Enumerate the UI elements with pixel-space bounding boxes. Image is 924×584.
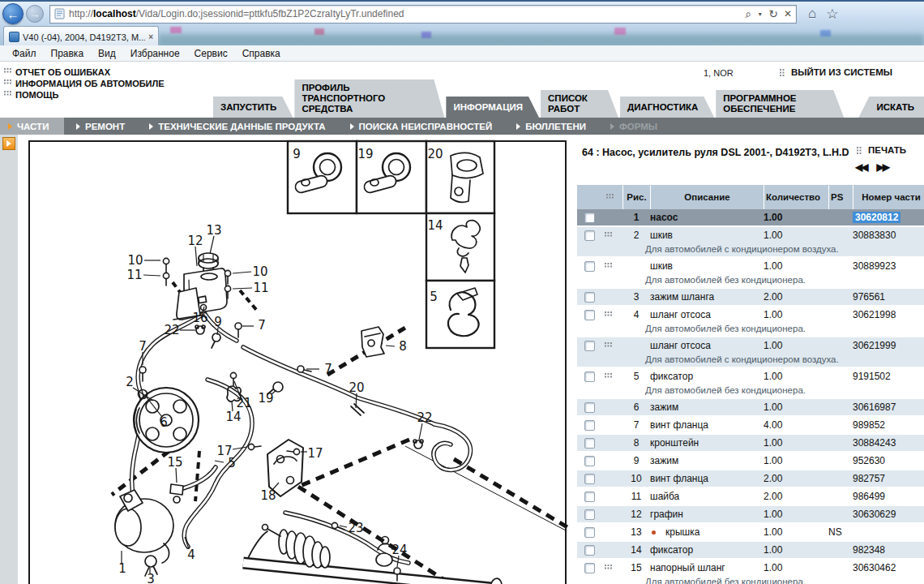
row-checkbox[interactable] xyxy=(584,341,595,351)
submenu-label: БЮЛЛЕТЕНИ xyxy=(525,122,586,131)
tab-2[interactable]: ПРОФИЛЬ ТРАНСПОРТНОГО СРЕДСТВА xyxy=(294,79,444,118)
part-description: шайба xyxy=(650,491,764,502)
part-number[interactable]: 982348 xyxy=(853,544,924,556)
pager-next-icon[interactable]: ▶▶ xyxy=(877,161,888,173)
url-field[interactable]: http://localhost/Vida/Login.do;jsessioni… xyxy=(49,5,797,24)
table-row[interactable]: 12графин1.0030630629 xyxy=(577,506,924,522)
row-checkbox[interactable] xyxy=(584,492,595,502)
part-number[interactable]: 989852 xyxy=(853,419,924,431)
menu-item[interactable]: Файл xyxy=(5,48,44,59)
tab-6[interactable]: ПРОГРАММНОЕ ОБЕСПЕЧЕНИЕ xyxy=(716,90,844,118)
row-checkbox[interactable] xyxy=(584,456,595,466)
part-number[interactable]: 30883830 xyxy=(853,230,924,241)
table-row[interactable]: 6зажим1.0030616987 xyxy=(577,399,924,415)
row-checkbox[interactable] xyxy=(584,261,595,272)
part-number[interactable]: 30621999 xyxy=(853,340,924,351)
row-checkbox[interactable] xyxy=(584,545,595,556)
favorites-icon[interactable]: ☆ xyxy=(826,6,838,23)
part-number[interactable]: 30616987 xyxy=(853,402,924,413)
menu-item[interactable]: Справка xyxy=(235,48,288,59)
expand-panel-button[interactable] xyxy=(2,137,15,150)
header-fig[interactable]: Рис. xyxy=(622,185,650,209)
table-row[interactable]: шкив1.0030889923 xyxy=(577,258,924,274)
table-row[interactable]: 9зажим1.00952630 xyxy=(577,453,924,469)
table-row[interactable]: 4шланг отсоса1.0030621998 xyxy=(577,307,924,323)
app-header: ОТЧЕТ ОБ ОШИБКАХИНФОРМАЦИЯ ОБ АВТОМОБИЛЕ… xyxy=(0,62,924,118)
table-row[interactable]: 5фиксатор1.009191502 xyxy=(577,368,924,384)
submenu-item[interactable]: ТЕХНИЧЕСКИЕ ДАННЫЕ ПРОДУКТА xyxy=(137,118,337,135)
header-link[interactable]: ОТЧЕТ ОБ ОШИБКАХ xyxy=(4,67,165,77)
tab-4[interactable]: СПИСОК РАБОТ xyxy=(541,90,618,118)
table-row[interactable]: 1насос1.0030620812 xyxy=(577,209,924,225)
tab-5[interactable]: ДИАГНОСТИКА xyxy=(620,97,714,118)
menu-item[interactable]: Правка xyxy=(44,48,92,59)
search-icon[interactable]: ⌕ xyxy=(745,7,751,21)
print-button[interactable]: ПЕЧАТЬ xyxy=(857,145,906,155)
header-qty[interactable]: Количество xyxy=(764,185,828,209)
home-icon[interactable]: ⌂ xyxy=(808,6,816,22)
row-checkbox[interactable] xyxy=(584,310,595,320)
row-checkbox[interactable] xyxy=(584,474,595,484)
header-part[interactable]: Номер части xyxy=(853,185,924,209)
table-row[interactable]: 11шайба2.00986499 xyxy=(577,488,924,505)
tab-7[interactable]: ИСКАТЬ xyxy=(858,97,924,118)
table-row[interactable]: 2шкив1.0030883830 xyxy=(577,227,924,243)
table-row[interactable]: 8кронштейн1.0030884243 xyxy=(577,435,924,451)
row-checkbox[interactable] xyxy=(584,402,595,413)
refresh-icon[interactable]: ↻ xyxy=(768,7,778,20)
bullet-icon xyxy=(652,530,656,535)
submenu-item[interactable]: ЧАСТИ xyxy=(0,118,64,135)
logout-link[interactable]: ВЫЙТИ ИЗ СИСТЕМЫ xyxy=(780,67,892,77)
search-caret-icon[interactable]: ▼ xyxy=(757,11,763,17)
row-checkbox[interactable] xyxy=(584,292,595,303)
tab-3[interactable]: ИНФОРМАЦИЯ xyxy=(446,97,539,118)
table-row[interactable]: 3зажим шланга2.00976561 xyxy=(577,289,924,305)
row-checkbox[interactable] xyxy=(584,230,595,241)
table-row[interactable]: 14фиксатор1.00982348 xyxy=(577,542,924,558)
header-link[interactable]: ПОМОЩЬ xyxy=(4,89,165,100)
row-checkbox[interactable] xyxy=(584,527,595,538)
row-checkbox[interactable] xyxy=(584,371,595,382)
header-desc[interactable]: Описание xyxy=(650,185,764,209)
part-number[interactable]: 30630629 xyxy=(853,509,924,520)
pager-prev-icon[interactable]: ◀◀ xyxy=(855,161,866,173)
part-number[interactable]: 30630462 xyxy=(853,562,924,573)
submenu-item[interactable]: БЮЛЛЕТЕНИ xyxy=(504,118,598,135)
table-row[interactable]: 15напорный шланг1.0030630462 xyxy=(577,560,924,576)
row-checkbox[interactable] xyxy=(584,509,595,520)
submenu-item[interactable]: РЕМОНТ xyxy=(64,118,137,135)
header-link[interactable]: ИНФОРМАЦИЯ ОБ АВТОМОБИЛЕ xyxy=(4,78,165,88)
part-number[interactable]: 986499 xyxy=(853,491,924,502)
part-number[interactable]: 30620812 xyxy=(853,212,924,223)
tab-close-icon[interactable]: × xyxy=(148,32,153,41)
header-ps[interactable]: PS xyxy=(828,185,853,209)
menu-item[interactable]: Избранное xyxy=(123,48,187,59)
part-number[interactable]: 952630 xyxy=(853,455,924,466)
part-number[interactable]: 982757 xyxy=(853,473,924,484)
stop-icon[interactable]: ✕ xyxy=(784,8,792,19)
submenu-item[interactable]: ПОИСКА НЕИСПРАВНОСТЕЙ xyxy=(338,118,505,135)
part-number[interactable]: 9191502 xyxy=(853,371,924,382)
table-row[interactable]: 13крышка1.00NS xyxy=(577,524,924,540)
tab-1[interactable]: ЗАПУСТИТЬ xyxy=(213,97,293,118)
table-row[interactable]: 7винт фланца4.00989852 xyxy=(577,417,924,433)
part-number[interactable]: 30889923 xyxy=(853,260,924,272)
part-number[interactable]: 30884243 xyxy=(853,437,924,449)
submenu-label: ПОИСКА НЕИСПРАВНОСТЕЙ xyxy=(359,122,493,131)
callout-number: 24 xyxy=(391,543,407,557)
row-checkbox[interactable] xyxy=(584,420,595,431)
row-checkbox[interactable] xyxy=(584,438,595,449)
menu-item[interactable]: Вид xyxy=(91,48,123,59)
parts-diagram[interactable]: 9192014513121011101116922778262114197202… xyxy=(18,135,577,584)
part-number[interactable]: 976561 xyxy=(853,291,924,303)
row-checkbox[interactable] xyxy=(584,563,595,573)
back-button[interactable]: ← xyxy=(2,3,24,24)
menu-item[interactable]: Сервис xyxy=(187,48,235,59)
table-row[interactable]: шланг отсоса1.0030621999 xyxy=(577,337,924,354)
browser-tab[interactable]: V40 (-04), 2004, D4192T3, M... × xyxy=(3,26,159,45)
table-row[interactable]: 10винт фланца2.00982757 xyxy=(577,470,924,487)
submenu-label: ФОРМЫ xyxy=(619,122,657,131)
forward-button[interactable]: → xyxy=(26,5,44,23)
row-checkbox[interactable] xyxy=(584,213,595,223)
part-number[interactable]: 30621998 xyxy=(853,309,924,320)
